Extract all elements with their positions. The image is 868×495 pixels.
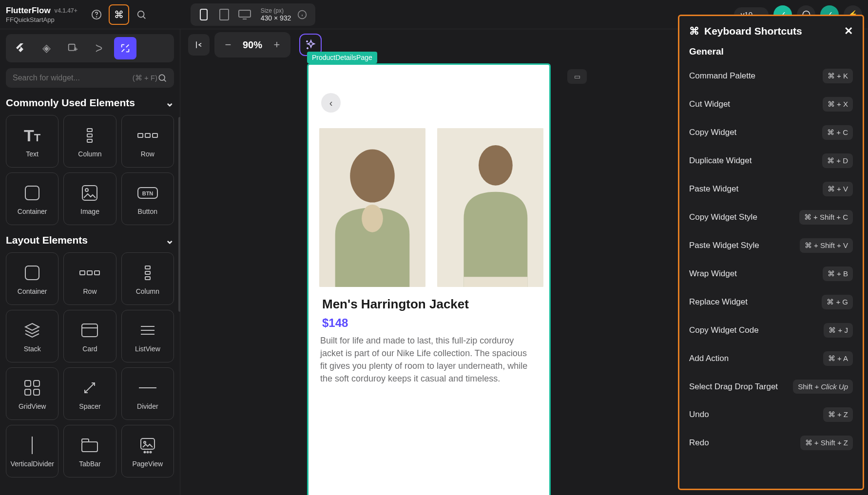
elem-card[interactable]: Card — [63, 310, 116, 362]
svg-rect-7 — [69, 44, 75, 51]
image-icon — [80, 182, 99, 204]
tablet-device-icon[interactable] — [215, 5, 233, 24]
mini-badge-icon[interactable]: ▭ — [567, 69, 587, 84]
elem-image[interactable]: Image — [63, 172, 116, 225]
info-icon[interactable] — [293, 5, 311, 24]
device-selector: Size (px) 430 × 932 — [191, 3, 316, 26]
svg-point-37 — [150, 452, 151, 453]
flow-icon[interactable] — [88, 37, 110, 59]
close-icon[interactable]: ✕ — [844, 25, 853, 38]
elem-gridview[interactable]: GridView — [6, 367, 58, 420]
elem-pageview[interactable]: PageView — [121, 425, 174, 477]
shortcut-row: Undo⌘ + Z — [689, 400, 853, 429]
diamond-icon[interactable]: ◈ — [35, 37, 58, 59]
elem-container[interactable]: Container — [6, 172, 58, 225]
svg-rect-13 — [145, 133, 150, 137]
column-icon — [81, 125, 98, 146]
back-button-icon[interactable]: ‹ — [321, 93, 341, 113]
search-icon[interactable] — [131, 4, 152, 25]
logo-block: FlutterFlow v4.1.47+ FFQuickStartApp — [6, 6, 77, 23]
shortcut-keys: ⌘ + Shift + Z — [800, 436, 853, 450]
flutter-icon[interactable] — [9, 37, 31, 59]
shortcut-label: Wrap Widget — [689, 269, 737, 279]
svg-rect-16 — [82, 186, 97, 200]
container-icon — [22, 182, 42, 204]
elem-label: Row — [141, 150, 154, 158]
search-input-wrap[interactable]: (⌘ + F) — [6, 68, 174, 88]
shortcut-row: Duplicate Widget⌘ + D — [689, 147, 853, 175]
shortcut-keys: ⌘ + J — [824, 323, 853, 338]
phone-frame[interactable]: ‹ Men's Harrington Jacket $148 Built for… — [307, 63, 551, 495]
svg-rect-21 — [80, 271, 85, 275]
shortcut-row: Add Action⌘ + A — [689, 344, 853, 373]
svg-rect-32 — [82, 442, 97, 452]
shortcut-keys: ⌘ + A — [823, 351, 853, 366]
zoom-out-icon[interactable]: − — [217, 34, 239, 56]
zoom-in-icon[interactable]: + — [266, 34, 288, 56]
svg-rect-31 — [34, 389, 39, 395]
svg-point-46 — [350, 150, 395, 203]
svg-rect-29 — [34, 381, 39, 386]
elem-column[interactable]: Column — [63, 115, 116, 168]
spacer-icon — [81, 377, 98, 399]
collapse-left-icon[interactable] — [188, 34, 210, 56]
page-tag: ProductDetailsPage — [307, 52, 377, 63]
gridview-icon — [23, 377, 41, 399]
svg-rect-22 — [87, 271, 92, 275]
shortcut-label: Paste Widget Style — [689, 241, 759, 250]
elem-verticaldivider[interactable]: VerticalDivider — [6, 425, 58, 477]
svg-rect-5 — [239, 10, 251, 17]
elem-label: Container — [18, 208, 47, 215]
command-palette-icon[interactable]: ⌘ — [109, 4, 129, 25]
elem-column[interactable]: Column — [121, 252, 174, 305]
shortcut-keys: ⌘ + D — [822, 153, 853, 168]
shortcut-keys: ⌘ + K — [823, 69, 853, 83]
elem-row[interactable]: Row — [63, 252, 116, 305]
elem-label: ListView — [135, 345, 160, 353]
shortcut-keys: ⌘ + V — [823, 182, 853, 196]
shortcut-keys: ⌘ + B — [823, 267, 853, 281]
elem-label: Column — [78, 150, 101, 158]
elem-container[interactable]: Container — [6, 252, 58, 305]
desktop-device-icon[interactable] — [235, 5, 254, 24]
svg-point-49 — [479, 145, 513, 186]
expand-icon[interactable] — [114, 37, 136, 59]
mobile-device-icon[interactable] — [194, 5, 213, 24]
shortcut-row: Copy Widget Code⌘ + J — [689, 316, 853, 344]
svg-rect-14 — [153, 133, 157, 137]
elem-listview[interactable]: ListView — [121, 310, 174, 362]
elem-spacer[interactable]: Spacer — [63, 367, 116, 420]
left-panel: ◈ (⌘ + F) Commonly Used Elements ⌄ TTTex… — [0, 29, 180, 495]
shortcut-keys: ⌘ + X — [823, 97, 853, 112]
product-image-2[interactable] — [437, 128, 543, 287]
svg-text:BTN: BTN — [142, 190, 154, 196]
shortcut-keys: Shift + Click Up — [793, 380, 853, 394]
stack-icon — [22, 320, 42, 341]
column-icon — [139, 262, 156, 284]
elem-label: Card — [82, 345, 97, 353]
shortcut-label: Duplicate Widget — [689, 156, 752, 166]
shortcut-row: Paste Widget⌘ + V — [689, 175, 853, 203]
size-value: 430 × 932 — [261, 14, 291, 22]
elem-stack[interactable]: Stack — [6, 310, 58, 362]
elem-tabbar[interactable]: TabBar — [63, 425, 116, 477]
svg-point-2 — [137, 11, 144, 17]
shortcut-keys: ⌘ + Z — [823, 407, 853, 422]
elem-button[interactable]: BTNButton — [121, 172, 174, 225]
elem-text[interactable]: TTText — [6, 115, 58, 168]
section-layout[interactable]: Layout Elements ⌄ — [6, 234, 174, 247]
svg-point-1 — [96, 17, 96, 17]
elem-row[interactable]: Row — [121, 115, 174, 168]
shortcut-label: Add Action — [689, 354, 729, 363]
button-icon: BTN — [136, 182, 159, 204]
svg-rect-9 — [87, 129, 92, 132]
shortcut-keys: ⌘ + Shift + C — [799, 210, 853, 225]
section-common[interactable]: Commonly Used Elements ⌄ — [6, 96, 174, 109]
add-widget-icon[interactable] — [61, 37, 84, 59]
elem-divider[interactable]: Divider — [121, 367, 174, 420]
help-icon[interactable] — [86, 4, 107, 25]
svg-rect-33 — [141, 438, 154, 449]
product-image-1[interactable] — [319, 128, 425, 287]
shortcut-label: Cut Widget — [689, 99, 730, 109]
search-input[interactable] — [13, 74, 131, 82]
